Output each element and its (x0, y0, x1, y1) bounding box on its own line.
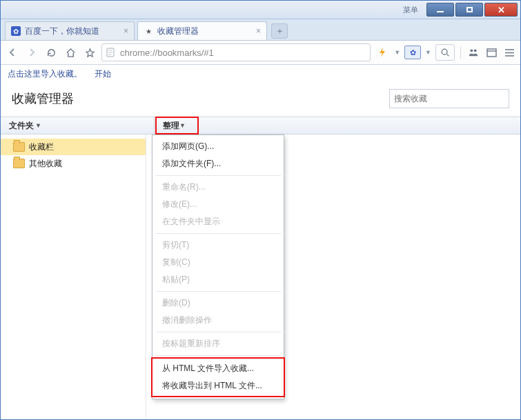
window-maximize-button[interactable] (455, 3, 483, 17)
import-export-highlight: 从 HTML 文件导入收藏... 将收藏导出到 HTML 文件... (153, 359, 284, 396)
menu-export-html[interactable]: 将收藏导出到 HTML 文件... (153, 377, 284, 394)
menu-edit: 修改(E)... (153, 196, 284, 213)
menu-rename: 重命名(R)... (153, 179, 284, 196)
separator (155, 175, 281, 176)
chevron-down-icon[interactable]: ▼ (425, 49, 431, 56)
menu-copy: 复制(C) (153, 254, 284, 271)
window-icon[interactable] (484, 46, 498, 59)
svg-point-1 (442, 49, 447, 54)
url-bar[interactable] (101, 43, 371, 61)
columns-header: 文件夹 ▼ 整理 ▼ (1, 117, 520, 134)
search-input[interactable] (389, 89, 509, 108)
page-title: 收藏管理器 (12, 90, 74, 107)
tab-title: 收藏管理器 (157, 26, 252, 37)
svg-point-3 (474, 49, 477, 52)
star-icon: ★ (144, 26, 153, 36)
import-hint[interactable]: 点击这里导入收藏。 (8, 68, 82, 80)
bookmark-star-button[interactable] (82, 45, 97, 60)
tab-bookmark-manager[interactable]: ★ 收藏管理器 × (137, 21, 267, 40)
menu-delete: 删除(D) (153, 294, 284, 312)
bookmark-manager-page: 收藏管理器 文件夹 ▼ 整理 ▼ 收藏栏 其他收藏 (1, 82, 520, 419)
menu-show-in-folder: 在文件夹中显示 (153, 213, 284, 230)
chevron-down-icon[interactable]: ▼ (394, 49, 400, 56)
forward-button[interactable] (24, 45, 39, 60)
page-icon (106, 48, 115, 57)
folder-icon (13, 142, 25, 152)
separator (155, 332, 281, 332)
window-close-button[interactable]: ✕ (484, 3, 518, 17)
home-button[interactable] (63, 45, 78, 60)
paw-icon: ✿ (11, 26, 21, 36)
chevron-down-icon: ▼ (35, 122, 41, 129)
tab-baidu[interactable]: ✿ 百度一下，你就知道 × (5, 21, 135, 40)
extension-paw-button[interactable]: ✿ (404, 46, 421, 59)
organize-dropdown: 添加网页(G)... 添加文件夹(F)... 重命名(R)... 修改(E)..… (152, 134, 284, 399)
folder-other[interactable]: 其他收藏 (1, 155, 146, 172)
new-tab-button[interactable]: ＋ (271, 23, 288, 39)
people-icon[interactable] (466, 46, 480, 59)
tab-title: 百度一下，你就知道 (25, 26, 119, 37)
organize-header-cell: 整理 ▼ (155, 117, 520, 134)
folder-bookmark-bar[interactable]: 收藏栏 (1, 139, 146, 155)
menu-cut: 剪切(T) (153, 237, 284, 254)
close-icon[interactable]: × (256, 26, 261, 36)
search-button[interactable] (435, 44, 455, 61)
start-link[interactable]: 开始 (95, 68, 111, 80)
tab-strip: ✿ 百度一下，你就知道 × ★ 收藏管理器 × ＋ (1, 19, 520, 41)
folder-label: 收藏栏 (29, 141, 54, 153)
folder-tree: 收藏栏 其他收藏 (1, 134, 146, 420)
menu-icon[interactable] (502, 46, 516, 59)
reload-button[interactable] (43, 45, 59, 60)
svg-point-2 (470, 49, 473, 52)
menu-sort: 按标题重新排序 (153, 335, 284, 352)
menu-add-folder[interactable]: 添加文件夹(F)... (153, 155, 284, 172)
separator (155, 233, 281, 234)
window-titlebar: 菜单 ✕ (1, 1, 520, 19)
lightning-icon[interactable] (375, 45, 390, 60)
bookmark-quickbar: 点击这里导入收藏。 开始 (1, 65, 520, 83)
folder-icon (13, 159, 25, 168)
menu-import-html[interactable]: 从 HTML 文件导入收藏... (153, 360, 284, 377)
menu-label[interactable]: 菜单 (403, 5, 418, 15)
folder-label: 其他收藏 (29, 158, 62, 170)
organize-header[interactable]: 整理 ▼ (156, 117, 198, 134)
back-button[interactable] (5, 45, 20, 60)
separator (155, 355, 281, 356)
bookmark-list-area: 添加网页(G)... 添加文件夹(F)... 重命名(R)... 修改(E)..… (146, 134, 520, 420)
window-minimize-button[interactable] (426, 3, 454, 17)
url-input[interactable] (119, 47, 366, 59)
menu-add-page[interactable]: 添加网页(G)... (153, 138, 284, 155)
folders-header[interactable]: 文件夹 ▼ (1, 117, 155, 134)
menu-paste: 粘贴(P) (153, 271, 284, 288)
close-icon[interactable]: × (124, 26, 128, 36)
browser-toolbar: ▼ ✿ ▼ (1, 41, 520, 65)
chevron-down-icon: ▼ (179, 122, 186, 129)
svg-rect-4 (487, 49, 496, 57)
menu-undo-delete: 撤消删除操作 (153, 312, 284, 329)
separator (155, 291, 281, 292)
separator (460, 46, 461, 59)
